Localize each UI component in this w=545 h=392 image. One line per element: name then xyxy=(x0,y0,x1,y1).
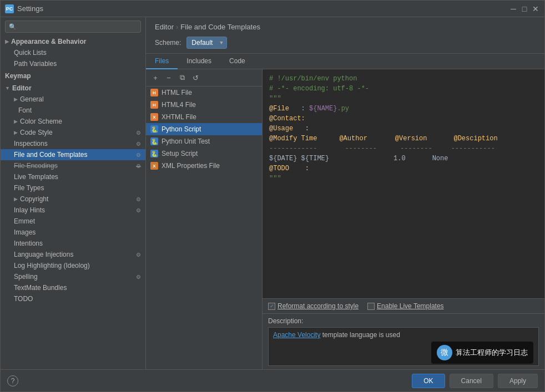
scheme-select-wrap[interactable]: Default Project xyxy=(186,37,227,49)
sidebar-item-intentions[interactable]: Intentions xyxy=(1,238,145,249)
description-label: Description: xyxy=(268,317,539,325)
breadcrumb: Editor › File and Code Templates xyxy=(155,23,536,31)
file-list-toolbar: + − ⧉ ↺ xyxy=(146,69,262,86)
list-item-python-script[interactable]: 🐍 Python Script xyxy=(146,123,262,135)
code-line: # !/usr/bin/env python xyxy=(269,74,538,84)
code-line: """ xyxy=(269,94,538,104)
reformat-label: Reformat according to style xyxy=(277,302,359,310)
code-line: @Contact: xyxy=(269,114,538,124)
code-line: @Usage : xyxy=(269,124,538,134)
gear-icon: ⚙ xyxy=(136,141,141,147)
main-panel: Editor › File and Code Templates Scheme:… xyxy=(146,17,544,369)
copyright-arrow: ▶ xyxy=(14,196,18,202)
code-line: @TODO : xyxy=(269,164,538,174)
tabs-row: Files Includes Code xyxy=(146,54,544,69)
breadcrumb-current: File and Code Templates xyxy=(180,23,260,31)
code-line: @File : ${NAME}.py xyxy=(269,104,538,114)
title-bar: PC Settings ─ □ ✕ xyxy=(1,1,544,17)
add-button[interactable]: + xyxy=(149,72,162,84)
sidebar-item-inlay-hints[interactable]: Inlay Hints ⚙ xyxy=(1,205,145,216)
sidebar-item-font[interactable]: Font xyxy=(1,105,145,116)
code-editor[interactable]: # !/usr/bin/env python # -*- encoding: u… xyxy=(263,69,544,298)
reset-button[interactable]: ↺ xyxy=(189,72,201,84)
sidebar-item-file-types[interactable]: File Types xyxy=(1,182,145,194)
code-line: """ xyxy=(269,174,538,184)
scheme-select[interactable]: Default Project xyxy=(186,37,227,49)
sidebar-item-code-style[interactable]: ▶ Code Style ⚙ xyxy=(1,127,145,138)
sidebar-item-path-variables[interactable]: Path Variables xyxy=(1,58,145,69)
description-text: template language is used xyxy=(320,331,400,339)
code-line: @Modify Time @Author @Version @Desciptio… xyxy=(269,134,538,144)
list-item[interactable]: 🐍 Python Unit Test xyxy=(146,135,262,147)
scheme-row: Scheme: Default Project xyxy=(155,37,536,49)
sidebar-item-keymap[interactable]: Keymap xyxy=(1,70,145,82)
file-icon: H xyxy=(150,89,158,96)
minimize-button[interactable]: ─ xyxy=(509,4,518,13)
general-arrow: ▶ xyxy=(14,96,18,102)
sidebar-item-todo[interactable]: TODO xyxy=(1,293,145,304)
sidebar-item-emmet[interactable]: Emmet xyxy=(1,216,145,227)
code-options: Reformat according to style Enable Live … xyxy=(263,298,544,313)
sidebar-item-appearance[interactable]: ▶ Appearance & Behavior xyxy=(1,36,145,47)
apache-velocity-link[interactable]: Apache Velocity xyxy=(273,331,320,339)
sidebar-item-inspections[interactable]: Inspections ⚙ xyxy=(1,138,145,149)
sidebar-item-file-and-code-templates[interactable]: File and Code Templates ⚙ xyxy=(1,149,145,160)
live-templates-checkbox-box[interactable] xyxy=(367,303,375,310)
sidebar-item-file-encodings[interactable]: File Encodings ⚙ xyxy=(1,160,145,171)
list-item[interactable]: X XML Properties File xyxy=(146,160,262,172)
bottom-right: OK Cancel Apply xyxy=(412,374,538,388)
sidebar-item-spelling[interactable]: Spelling ⚙ xyxy=(1,271,145,282)
code-line: ------------ -------- -------- ---------… xyxy=(269,144,538,154)
code-line: ${DATE} ${TIME} 1.0 None xyxy=(269,154,538,164)
list-item[interactable]: 🐍 Setup Script xyxy=(146,147,262,160)
remove-button[interactable]: − xyxy=(163,72,175,84)
list-item[interactable]: H HTML File xyxy=(146,86,262,99)
search-input[interactable] xyxy=(19,23,137,30)
sidebar-item-language-injections[interactable]: Language Injections ⚙ xyxy=(1,249,145,260)
tab-code[interactable]: Code xyxy=(220,54,254,69)
tab-files[interactable]: Files xyxy=(146,54,178,69)
sidebar-item-editor[interactable]: ▼ Editor xyxy=(1,83,145,94)
gear-icon: ⚙ xyxy=(136,274,141,280)
editor-arrow: ▼ xyxy=(5,85,10,91)
sidebar-item-copyright[interactable]: ▶ Copyright ⚙ xyxy=(1,194,145,205)
code-panel: # !/usr/bin/env python # -*- encoding: u… xyxy=(263,69,544,369)
reformat-checkbox-box[interactable] xyxy=(268,303,275,310)
bottom-left: ? xyxy=(7,375,18,386)
help-button[interactable]: ? xyxy=(7,375,18,386)
breadcrumb-separator: › xyxy=(176,23,178,31)
gear-icon: ⚙ xyxy=(136,130,141,136)
search-icon: 🔍 xyxy=(9,23,17,30)
main-header: Editor › File and Code Templates Scheme:… xyxy=(146,17,544,54)
file-list-panel: + − ⧉ ↺ H HTML File H HTML4 File xyxy=(146,69,263,369)
gear-icon: ⚙ xyxy=(136,207,141,213)
gear-icon: ⚙ xyxy=(136,152,141,158)
apply-button[interactable]: Apply xyxy=(498,374,538,388)
scheme-label: Scheme: xyxy=(155,39,181,47)
reformat-checkbox[interactable]: Reformat according to style xyxy=(268,302,359,310)
watermark: 微 算法工程师的学习日志 xyxy=(431,342,533,364)
sidebar-item-color-scheme[interactable]: ▶ Color Scheme xyxy=(1,116,145,127)
sidebar-item-live-templates[interactable]: Live Templates xyxy=(1,171,145,182)
sidebar-item-general[interactable]: ▶ General xyxy=(1,94,145,105)
cancel-button[interactable]: Cancel xyxy=(450,374,493,388)
maximize-button[interactable]: □ xyxy=(520,4,529,13)
sidebar-item-quick-lists[interactable]: Quick Lists xyxy=(1,47,145,58)
sidebar-item-log-highlighting[interactable]: Log Highlighting (Ideolog) xyxy=(1,260,145,271)
sidebar: 🔍 ▶ Appearance & Behavior Quick Lists Pa… xyxy=(1,17,146,369)
watermark-text: 算法工程师的学习日志 xyxy=(456,348,528,358)
window-title: Settings xyxy=(17,4,509,13)
gear-icon: ⚙ xyxy=(136,252,141,258)
watermark-icon: 微 xyxy=(437,345,452,360)
sidebar-item-textmate-bundles[interactable]: TextMate Bundles xyxy=(1,282,145,293)
live-templates-checkbox[interactable]: Enable Live Templates xyxy=(367,302,444,310)
search-box[interactable]: 🔍 xyxy=(5,21,141,33)
copy-button[interactable]: ⧉ xyxy=(176,72,188,84)
sidebar-item-images[interactable]: Images xyxy=(1,227,145,238)
close-button[interactable]: ✕ xyxy=(531,4,540,13)
list-item[interactable]: X XHTML File xyxy=(146,111,262,123)
list-item[interactable]: H HTML4 File xyxy=(146,99,262,111)
xml-icon: X xyxy=(150,162,158,170)
tab-includes[interactable]: Includes xyxy=(178,54,220,69)
ok-button[interactable]: OK xyxy=(412,374,445,388)
